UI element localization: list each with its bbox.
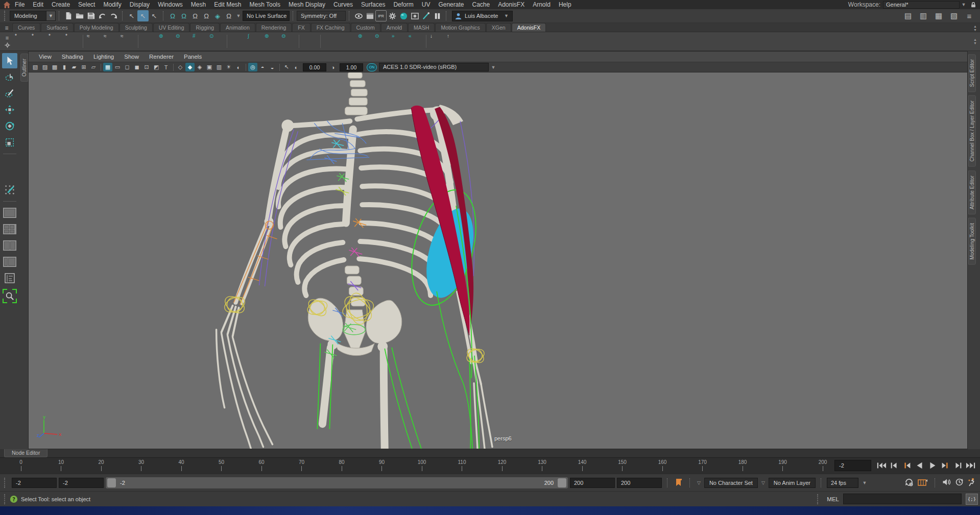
adn-import-icon[interactable]: ▭ ↓	[428, 33, 445, 50]
adn-distance-sensor-icon[interactable]: ↗ ≈	[102, 33, 119, 50]
animation-end-field[interactable]: 200	[570, 478, 615, 488]
adn-add-skin-target-icon[interactable]: ◉ ⊕	[157, 33, 174, 50]
outliner-tab[interactable]: Outliner	[20, 54, 28, 82]
adn-skin-icon[interactable]: ◉	[140, 33, 157, 50]
shelf-button[interactable]	[136, 33, 140, 50]
adn-paint-tool-icon[interactable]: ▦	[462, 33, 479, 50]
character-set-selector[interactable]: No Character Set	[704, 478, 758, 488]
step-forward-key-button[interactable]	[939, 460, 951, 471]
menu-item[interactable]: AdonisFX	[494, 1, 529, 8]
motion-blur-icon[interactable]: ◓	[258, 63, 267, 71]
shelf-tab[interactable]: Rendering	[256, 23, 292, 32]
layout-outliner-persp-button[interactable]	[2, 254, 17, 269]
playback-end-field[interactable]: 200	[617, 478, 662, 488]
symmetry-field[interactable]: Symmetry: Off	[297, 11, 346, 21]
adn-muscle-icon[interactable]: ◊	[340, 33, 356, 50]
go-to-end-button[interactable]	[965, 460, 976, 471]
timeline-tick[interactable]: 190	[777, 459, 788, 471]
paint-effects-icon[interactable]	[420, 10, 432, 21]
timeline-tick[interactable]: 160	[657, 459, 668, 471]
timeline-tick[interactable]: 130	[537, 459, 548, 471]
sidebar-tab[interactable]: Modeling Toolkit	[968, 218, 976, 265]
adn-export-icon[interactable]: ▭ ↑	[445, 33, 462, 50]
timeline-tick[interactable]: 150	[617, 459, 628, 471]
bookmark-icon[interactable]	[673, 478, 684, 488]
time-slider[interactable]: 0102030405060708090100110120130140150160…	[0, 457, 980, 474]
timeline-tick[interactable]: 0	[15, 459, 27, 471]
select-tool[interactable]	[2, 53, 17, 68]
user-account-menu[interactable]: Luis Albacete ▼	[452, 11, 513, 21]
workspace-selector[interactable]: General*	[883, 1, 960, 9]
cached-playback-icon[interactable]	[955, 478, 964, 487]
timeline-tick[interactable]: 20	[95, 459, 107, 471]
layout-single-pane-button[interactable]	[2, 205, 17, 220]
adn-skin-map-icon[interactable]: ◉ #	[191, 33, 208, 50]
range-start-handle[interactable]	[107, 478, 116, 487]
color-management-toggle[interactable]: ON	[367, 63, 377, 71]
shelf-tab[interactable]: AdonisFX	[512, 23, 546, 32]
animation-preferences-icon[interactable]	[967, 478, 976, 487]
layout-two-pane-button[interactable]	[2, 238, 17, 253]
timeline-tick[interactable]: 60	[256, 459, 267, 471]
drag-handle[interactable]	[4, 478, 8, 488]
zoom-tool[interactable]	[3, 289, 17, 303]
step-forward-frame-button[interactable]	[952, 460, 964, 471]
command-line-input[interactable]	[843, 494, 962, 504]
sidebar-tab[interactable]: Script Editor	[968, 54, 976, 92]
timeline-tick[interactable]: 10	[56, 459, 67, 471]
toggle-character-controls-icon[interactable]: ▥	[918, 10, 929, 21]
toggle-outliner-icon[interactable]: ▤	[902, 10, 914, 21]
go-to-start-button[interactable]	[875, 460, 887, 471]
drag-handle[interactable]	[4, 494, 8, 504]
adn-remove-ribbon-target-icon[interactable]: ∫ ⊖	[280, 33, 297, 50]
paint-select-tool[interactable]	[2, 86, 17, 101]
adn-remove-activation-icon[interactable]: ◊ «	[407, 33, 424, 50]
chevron-down-icon[interactable]: ▽	[760, 480, 767, 485]
shelf-button[interactable]	[81, 33, 85, 50]
chevron-down-icon[interactable]: ▽	[696, 480, 702, 485]
timeline-tick[interactable]: 110	[457, 459, 468, 471]
timeline-tick[interactable]: 200	[817, 459, 828, 471]
adn-position-locator-icon[interactable]: ↑ *	[30, 33, 47, 50]
shelf-tab[interactable]: MASH	[408, 23, 435, 32]
shelf-tab[interactable]: Motion Graphics	[435, 23, 485, 32]
paint-weights-tool[interactable]	[2, 182, 17, 198]
adn-add-ribbon-target-icon[interactable]: ∫ ⊕	[263, 33, 280, 50]
camera-attributes-icon[interactable]: ▨	[40, 63, 50, 71]
timeline-tick[interactable]: 30	[136, 459, 147, 471]
node-editor-tab[interactable]: Node Editor	[4, 449, 47, 457]
lasso-tool[interactable]	[2, 69, 17, 85]
live-surface-field[interactable]: No Live Surface	[243, 11, 290, 21]
shelf-options-icon[interactable]: ≡	[6, 35, 9, 41]
adn-interaction-tool-icon[interactable]: »	[479, 33, 496, 50]
menu-item[interactable]: Surfaces	[357, 1, 389, 8]
shelf-menu-icon[interactable]: ≡	[1, 24, 12, 32]
layout-four-pane-button[interactable]	[2, 222, 17, 237]
shelf-button[interactable]	[424, 33, 428, 50]
adn-fat-icon[interactable]: ●	[301, 33, 318, 50]
timeline-tick[interactable]: 40	[176, 459, 187, 471]
fps-selector[interactable]: 24 fps	[827, 478, 858, 488]
make-live-icon[interactable]: Ω	[223, 10, 234, 21]
adn-position-sensor-icon[interactable]: ↑ ≈	[85, 33, 102, 50]
menu-item[interactable]: Help	[555, 1, 576, 8]
exposure-icon[interactable]: ◐	[292, 63, 301, 71]
scale-tool[interactable]	[2, 135, 17, 150]
range-end-handle[interactable]	[558, 478, 566, 487]
playblast-icon[interactable]	[918, 478, 928, 487]
adn-rotation-sensor-icon[interactable]: ∠ ≈	[119, 33, 136, 50]
timeline-tick[interactable]: 90	[376, 459, 388, 471]
rotate-tool[interactable]	[2, 118, 17, 134]
pivot-icon[interactable]: ⊞	[79, 63, 88, 71]
shelf-button[interactable]	[297, 33, 301, 50]
panel-toolbar-icon[interactable]	[277, 63, 281, 71]
gamma-field[interactable]: 1.00	[340, 63, 363, 71]
adn-inspect-skin-icon[interactable]: ◉ ⊙	[208, 33, 225, 50]
adn-add-activation-icon[interactable]: ◊ »	[390, 33, 407, 50]
adn-ribbon-muscle-icon[interactable]: ∫	[229, 33, 246, 50]
panel-toolbar-icon[interactable]	[244, 63, 248, 71]
toggle-attribute-editor-icon[interactable]: ▧	[948, 10, 960, 21]
adn-rotation-locator-icon[interactable]: ∠ *	[64, 33, 81, 50]
workspace-lock-icon[interactable]	[970, 1, 977, 9]
move-tool[interactable]	[2, 102, 17, 117]
